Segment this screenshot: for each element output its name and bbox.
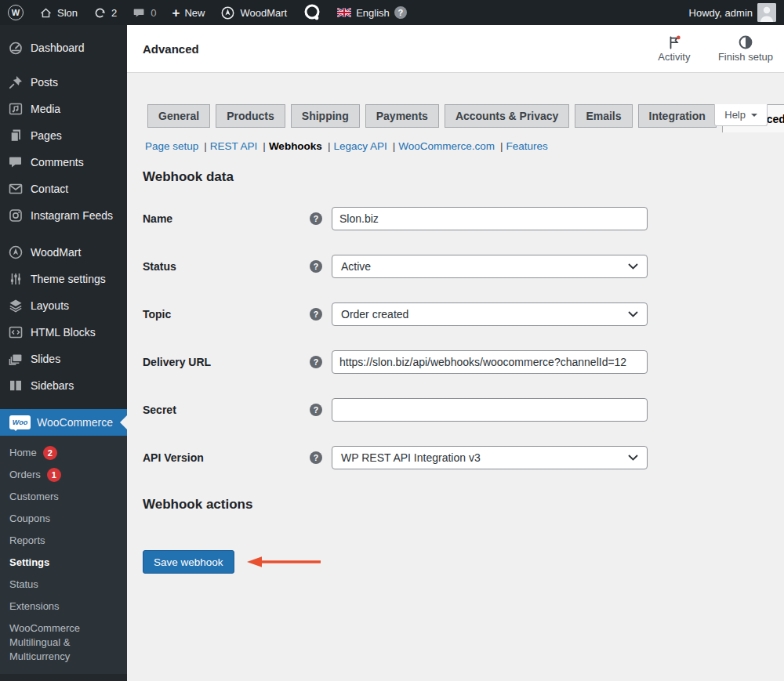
subnav-page-setup[interactable]: Page setup [145,140,198,152]
help-tip-icon[interactable]: ? [310,451,322,464]
sidebar-item-label: Media [31,103,60,115]
form-row-secret: Secret ? [143,398,784,422]
site-link[interactable]: Slon [31,0,85,25]
header-actions: Activity Finish setup [649,34,773,63]
finish-setup-button[interactable]: Finish setup [718,34,773,63]
form-row-topic: Topic ? Order created [143,302,784,326]
advanced-subnav: Page setup|REST API|Webhooks|Legacy API|… [127,140,784,152]
updates-link[interactable]: 2 [85,0,125,25]
sidebar-item-label: Sidebars [31,379,74,392]
webhook-data-heading: Webhook data [143,169,784,185]
comment-bubble-icon [132,6,146,20]
sidebar-item-label: Posts [31,76,58,89]
sidebar-item-contact[interactable]: Contact [0,176,127,202]
submenu-item-home[interactable]: Home 2 [0,442,127,464]
woocommerce-submenu: Home 2 Orders 1 Customers Coupons Report… [0,436,127,674]
comments-link[interactable]: 0 [125,0,164,25]
sidebar-item-comments[interactable]: Comments [0,149,127,176]
sidebar-item-media[interactable]: Media [0,96,127,122]
sidebar-item-layouts[interactable]: Layouts [0,292,127,319]
delivery-url-input[interactable] [332,350,648,374]
help-tip-icon[interactable]: ? [310,404,322,416]
subnav-separator: | [328,140,331,152]
help-tip-icon[interactable]: ? [310,308,322,321]
submenu-item-reports[interactable]: Reports [0,530,127,552]
submenu-item-orders[interactable]: Orders 1 [0,464,127,486]
tab-products[interactable]: Products [216,104,285,128]
submenu-item-coupons[interactable]: Coupons [0,508,127,530]
sidebar-item-label: Pages [31,129,62,142]
help-label: Help [724,109,746,121]
submenu-item-extensions[interactable]: Extensions [0,596,127,618]
topic-select[interactable]: Order created [332,302,648,326]
slides-icon [8,351,24,367]
help-tip-icon[interactable]: ? [310,212,322,225]
name-label: Name [143,212,310,225]
sidebar-item-theme-settings[interactable]: Theme settings [0,266,127,292]
tab-general[interactable]: General [147,104,210,128]
sidebar-item-woodmart[interactable]: WoodMart [0,239,127,266]
uk-flag-icon [337,8,351,17]
form-row-delivery-url: Delivery URL ? [143,350,784,374]
subnav-features[interactable]: Features [506,140,548,152]
wordpress-logo-menu[interactable]: W [0,0,31,25]
api-version-select[interactable]: WP REST API Integration v3 [332,446,648,469]
tab-accounts-privacy[interactable]: Accounts & Privacy [445,104,570,128]
activity-button[interactable]: Activity [649,34,699,63]
language-switcher[interactable]: English ? [329,0,415,25]
submenu-item-settings[interactable]: Settings [0,552,127,574]
sidebar-item-label: Dashboard [31,42,85,54]
language-help-icon[interactable]: ? [394,6,407,19]
status-select[interactable]: Active [332,255,648,278]
admin-bar-right: Howdy, admin [681,0,784,25]
secret-label: Secret [143,404,310,416]
subnav-webhooks-current[interactable]: Webhooks [269,140,322,152]
name-input[interactable] [332,207,648,230]
help-dropdown-button[interactable]: Help [714,104,768,126]
notification-badge: 2 [43,446,57,460]
submenu-item-wcml[interactable]: WooCommerce Multilingual & Multicurrency [0,618,102,668]
submenu-item-customers[interactable]: Customers [0,486,127,508]
comments-count: 0 [151,7,156,19]
secret-input[interactable] [332,398,648,422]
plugin-q-menu[interactable] [295,0,329,25]
sidebar-item-woocommerce[interactable]: Woo WooCommerce [0,409,127,436]
page-title: Advanced [143,42,199,56]
submenu-label: Home [9,446,37,460]
language-label: English [356,7,390,19]
save-webhook-button[interactable]: Save webhook [143,550,234,574]
tab-shipping[interactable]: Shipping [291,104,360,128]
plugin-q-icon [303,3,321,22]
sidebar-item-label: WooCommerce [37,416,113,429]
account-menu[interactable]: Howdy, admin [681,0,784,25]
sidebar-item-html-blocks[interactable]: HTML Blocks [0,319,127,346]
admin-bar-left: W Slon 2 0 + New WoodMart [0,0,415,25]
webhook-actions-heading: Webhook actions [143,497,784,513]
sidebar-item-label: Contact [31,183,68,195]
subnav-woocommerce-com[interactable]: WooCommerce.com [398,140,495,152]
woo-badge-text: Woo [13,418,27,426]
submenu-item-status[interactable]: Status [0,574,127,596]
sidebar-item-dashboard[interactable]: Dashboard [0,34,127,61]
tab-emails[interactable]: Emails [575,104,632,128]
wordpress-admin-screen: W Slon 2 0 + New WoodMart [0,0,784,681]
code-block-icon [8,324,24,340]
tab-integration[interactable]: Integration [638,104,717,128]
sidebar-item-sidebars[interactable]: Sidebars [0,372,127,399]
pin-icon [8,74,24,90]
sidebar-item-posts[interactable]: Posts [0,69,127,96]
subnav-rest-api[interactable]: REST API [210,140,258,152]
sidebar-item-pages[interactable]: Pages [0,122,127,149]
subnav-separator: | [204,140,207,152]
tab-payments[interactable]: Payments [365,104,439,128]
woodmart-menu[interactable]: WoodMart [212,0,295,25]
subnav-legacy-api[interactable]: Legacy API [333,140,387,152]
select-value: WP REST API Integration v3 [341,451,481,464]
annotation-arrow [245,556,321,568]
sidebar-item-instagram-feeds[interactable]: Instagram Feeds [0,202,127,229]
help-tip-icon[interactable]: ? [310,356,322,368]
sidebar-item-slides[interactable]: Slides [0,346,127,372]
help-tip-icon[interactable]: ? [310,260,322,273]
sidebar-menu: Dashboard Posts Media Pages Comments Con… [0,25,127,681]
new-content-menu[interactable]: + New [165,0,213,25]
